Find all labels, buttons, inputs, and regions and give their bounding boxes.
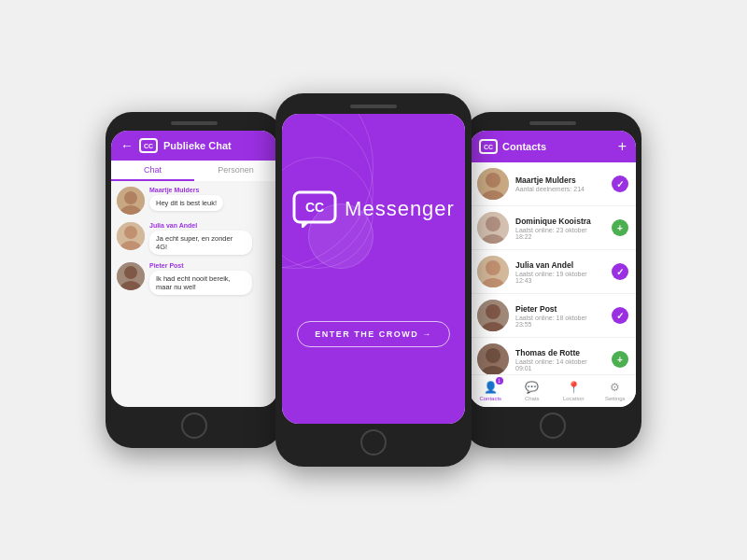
tab-personen[interactable]: Personen [194,161,277,181]
contact-info-1: Maartje Mulders Aantal deelnemers: 214 [515,175,605,192]
settings-tab-label: Settings [605,396,626,401]
right-phone-screen: CC Contacts + Maar [470,131,636,407]
left-phone-screen: ← CC Publieke Chat Chat Personen [111,131,277,407]
center-phone-screen: CC Messenger ENTER THE CROWD → [282,114,465,424]
contact-action-4[interactable]: ✓ [612,307,628,324]
contacts-header: CC Contacts + [470,131,636,162]
chat-tabs: Chat Personen [111,161,277,181]
contact-sub-5: Laatst online: 14 oktober 09:01 [515,358,605,371]
chat-bubble-2: Ja echt super, en zonder 4G! [149,231,252,255]
avatar-maartje [117,187,145,215]
contact-avatar-pieter [477,300,509,331]
contacts-list: Maartje Mulders Aantal deelnemers: 214 ✓ [470,162,636,374]
svg-point-19 [486,260,500,275]
contact-action-3[interactable]: ✓ [612,263,628,280]
home-button-right[interactable] [540,413,566,439]
messenger-logo-area: CC Messenger [292,190,455,228]
contact-sub-3: Laatst online: 19 oktober 12:43 [515,271,605,284]
location-tab-label: Location [563,396,585,401]
svg-point-7 [124,266,137,279]
avatar-pieter [117,262,145,290]
settings-tab-icon: ⚙ [610,381,620,394]
svg-point-22 [486,304,500,319]
contact-item-3: Julia van Andel Laatst online: 19 oktobe… [470,250,636,294]
center-phone: CC Messenger ENTER THE CROWD → [275,93,472,467]
chat-message-2: Julia van Andel Ja echt super, en zonder… [117,222,272,255]
contacts-footer: 👤1 Contacts 💬 Chats 📍 Location ⚙ Setting… [470,374,636,407]
svg-text:CC: CC [305,200,324,215]
svg-point-25 [486,348,500,363]
chat-message-1: Maartje Mulders Hey dit is best leuk! [117,187,272,215]
back-arrow-icon[interactable]: ← [120,138,134,153]
messenger-screen: CC Messenger ENTER THE CROWD → [282,114,465,424]
contacts-tab-label: Contacts [479,396,501,401]
chats-tab-label: Chats [525,396,540,401]
phone-speaker-right [529,121,576,125]
svg-point-1 [124,191,137,204]
contacts-header-left: CC Contacts [479,139,546,154]
contact-info-2: Dominique Kooistra Laatst online: 23 okt… [515,217,605,240]
footer-tab-location[interactable]: 📍 Location [553,379,595,403]
chat-header: ← CC Publieke Chat [111,131,277,161]
contacts-cc-logo: CC [479,139,498,154]
contact-item-4: Pieter Post Laatst online: 18 oktober 23… [470,294,636,338]
svg-point-4 [124,226,137,239]
svg-point-13 [486,173,500,188]
location-tab-icon: 📍 [567,381,581,394]
tab-chat[interactable]: Chat [111,161,194,181]
home-button-center[interactable] [360,429,387,455]
contact-name-3: Julia van Andel [515,260,605,270]
svg-point-16 [486,217,500,231]
contact-sub-1: Aantal deelnemers: 214 [515,186,605,192]
contact-action-1[interactable]: ✓ [612,175,628,192]
contact-name-5: Thomas de Rotte [515,348,605,357]
chat-messages: Maartje Mulders Hey dit is best leuk! [111,181,277,407]
contact-avatar-dominique [477,212,509,244]
contact-name-4: Pieter Post [515,304,605,314]
chat-bubble-1: Hey dit is best leuk! [149,195,223,211]
avatar-julia [117,222,145,250]
phone-speaker-center [350,105,397,108]
cc-logo: CC [139,138,158,153]
home-button-left[interactable] [181,413,207,439]
chat-name-2: Julia van Andel [149,222,252,229]
contact-name-1: Maartje Mulders [515,175,605,185]
add-contact-button[interactable]: + [618,138,627,155]
contact-avatar-maartje [477,168,509,200]
left-phone: ← CC Publieke Chat Chat Personen [106,112,283,448]
contact-action-2[interactable]: + [612,219,628,236]
right-phone: CC Contacts + Maar [464,112,641,448]
footer-tab-chats[interactable]: 💬 Chats [512,379,554,403]
chat-header-title: Publieke Chat [163,140,232,151]
contact-sub-2: Laatst online: 23 oktober 18:22 [515,227,605,240]
messenger-title: Messenger [345,197,455,221]
bubble-wrap-3: Pieter Post Ik had echt nooit bereik, ma… [149,262,252,295]
chat-name-1: Maartje Mulders [149,187,223,193]
contact-info-3: Julia van Andel Laatst online: 19 oktobe… [515,260,605,284]
contact-item-1: Maartje Mulders Aantal deelnemers: 214 ✓ [470,162,636,206]
chat-name-3: Pieter Post [149,262,252,269]
contact-avatar-julia [477,256,509,287]
contact-avatar-thomas [477,343,509,374]
contact-sub-4: Laatst online: 18 oktober 23:55 [515,315,605,328]
contacts-badge: 1 [496,377,503,385]
contact-action-5[interactable]: + [612,351,628,368]
bubble-wrap-2: Julia van Andel Ja echt super, en zonder… [149,222,252,255]
footer-tab-settings[interactable]: ⚙ Settings [595,379,637,403]
chat-message-3: Pieter Post Ik had echt nooit bereik, ma… [117,262,272,295]
phone-speaker [171,121,218,125]
contacts-screen: CC Contacts + Maar [470,131,636,407]
chat-screen: ← CC Publieke Chat Chat Personen [111,131,277,407]
footer-tab-contacts[interactable]: 👤1 Contacts [470,379,512,403]
contacts-header-title: Contacts [502,141,546,152]
enter-crowd-button[interactable]: ENTER THE CROWD → [297,321,450,347]
messenger-cc-logo: CC [292,190,337,228]
contact-name-2: Dominique Kooistra [515,217,605,226]
bubble-wrap-1: Maartje Mulders Hey dit is best leuk! [149,187,223,211]
svg-marker-11 [302,222,309,228]
contact-item-2: Dominique Kooistra Laatst online: 23 okt… [470,206,636,250]
contact-item-5: Thomas de Rotte Laatst online: 14 oktobe… [470,338,636,374]
chats-tab-icon: 💬 [525,381,539,394]
chat-bubble-3: Ik had echt nooit bereik, maar nu wel! [149,271,252,295]
contact-info-4: Pieter Post Laatst online: 18 oktober 23… [515,304,605,328]
